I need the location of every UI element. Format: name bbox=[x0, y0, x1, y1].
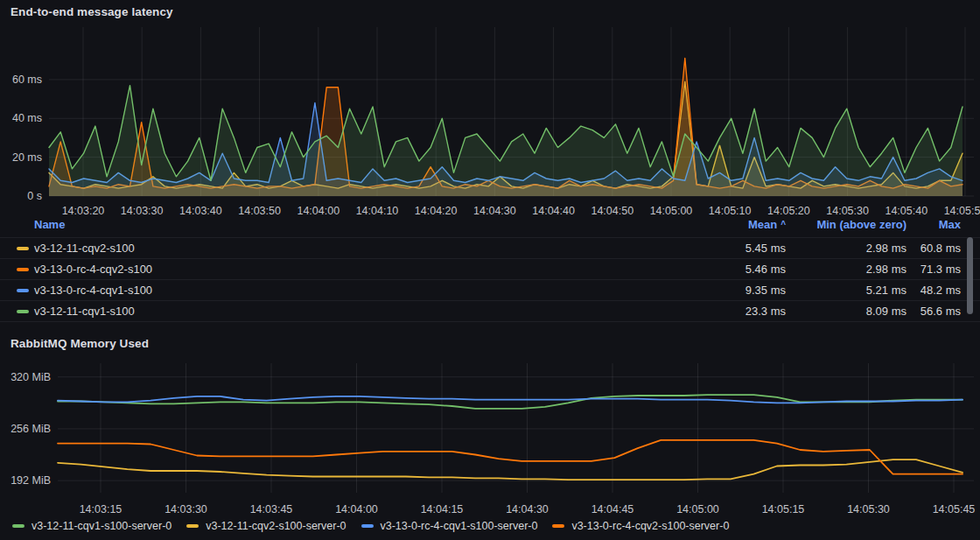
legend-header-name[interactable]: Name bbox=[34, 218, 65, 231]
x-tick-label: 14:05:30 bbox=[830, 502, 908, 516]
x-tick-label: 14:04:15 bbox=[402, 502, 481, 516]
x-tick-label: 14:05:00 bbox=[659, 502, 738, 516]
y-tick-label: 20 ms bbox=[0, 151, 42, 165]
x-tick-label: 14:04:30 bbox=[488, 502, 567, 516]
legend-max-value: 48.2 ms bbox=[920, 284, 961, 297]
series-color-swatch bbox=[12, 524, 24, 528]
x-tick-label: 14:05:15 bbox=[744, 502, 822, 516]
series-color-swatch bbox=[552, 524, 564, 528]
y-tick-label: 0 s bbox=[0, 189, 42, 203]
series-color-swatch bbox=[361, 524, 374, 528]
legend-item[interactable]: v3-13-0-rc-4-cqv1-s100-server-0 bbox=[361, 520, 538, 532]
panel-title-latency[interactable]: End-to-end message latency bbox=[10, 5, 173, 18]
y-tick-label: 60 ms bbox=[0, 73, 42, 87]
sort-ascending-icon: ^ bbox=[780, 220, 786, 229]
panel-title-memory[interactable]: RabbitMQ Memory Used bbox=[10, 337, 149, 350]
x-tick-label: 14:05:50 bbox=[926, 204, 980, 218]
legend-min-value: 8.09 ms bbox=[866, 305, 906, 318]
legend-header-mean[interactable]: Mean^ bbox=[748, 218, 786, 231]
legend-min-value: 2.98 ms bbox=[866, 242, 906, 255]
series-color-swatch bbox=[17, 247, 29, 250]
legend-max-value: 71.3 ms bbox=[920, 263, 961, 276]
series-color-swatch bbox=[17, 289, 29, 292]
legend-item-label: v3-12-11-cqv1-s100-server-0 bbox=[32, 520, 172, 532]
legend-header-max[interactable]: Max bbox=[939, 218, 961, 231]
memory-chart-legend: v3-12-11-cqv1-s100-server-0v3-12-11-cqv2… bbox=[12, 520, 729, 532]
legend-mean-value: 5.45 ms bbox=[746, 242, 786, 255]
y-tick-label: 320 MiB bbox=[0, 370, 51, 384]
y-tick-label: 192 MiB bbox=[0, 473, 51, 487]
x-tick-label: 14:03:30 bbox=[147, 502, 226, 516]
legend-item[interactable]: v3-13-0-rc-4-cqv2-s100-server-0 bbox=[552, 520, 729, 532]
grafana-dashboard: End-to-end message latency Name Mean^ Mi… bbox=[0, 0, 980, 540]
legend-header-min[interactable]: Min (above zero) bbox=[816, 218, 906, 231]
x-tick-label: 14:03:15 bbox=[61, 502, 140, 516]
legend-min-value: 5.21 ms bbox=[866, 284, 906, 297]
legend-item-label: v3-13-0-rc-4-cqv1-s100-server-0 bbox=[381, 520, 538, 532]
x-tick-label: 14:05:45 bbox=[914, 502, 980, 516]
legend-table-row: v3-12-11-cqv2-s1005.45 ms2.98 ms60.8 ms bbox=[0, 237, 980, 259]
legend-item-label: v3-13-0-rc-4-cqv2-s100-server-0 bbox=[571, 520, 729, 532]
legend-min-value: 2.98 ms bbox=[866, 263, 906, 276]
series-color-swatch bbox=[17, 310, 29, 313]
x-tick-label: 14:04:00 bbox=[318, 502, 396, 516]
legend-max-value: 56.6 ms bbox=[920, 305, 961, 318]
y-tick-label: 256 MiB bbox=[0, 422, 51, 436]
series-color-swatch bbox=[17, 268, 29, 271]
y-tick-label: 40 ms bbox=[0, 111, 42, 125]
series-color-swatch bbox=[186, 524, 199, 528]
legend-series-name[interactable]: v3-13-0-rc-4-cqv1-s100 bbox=[34, 284, 152, 297]
legend-table-row: v3-12-11-cqv1-s10023.3 ms8.09 ms56.6 ms bbox=[0, 300, 980, 322]
legend-item[interactable]: v3-12-11-cqv2-s100-server-0 bbox=[186, 520, 346, 532]
legend-item-label: v3-12-11-cqv2-s100-server-0 bbox=[206, 520, 346, 532]
legend-scrollbar-thumb[interactable] bbox=[967, 237, 973, 314]
legend-item[interactable]: v3-12-11-cqv1-s100-server-0 bbox=[12, 520, 172, 532]
legend-table-header: Name Mean^ Min (above zero) Max bbox=[0, 218, 980, 235]
legend-series-name[interactable]: v3-12-11-cqv2-s100 bbox=[34, 242, 135, 255]
legend-table-bottom-border bbox=[0, 321, 980, 322]
x-tick-label: 14:04:45 bbox=[573, 502, 652, 516]
legend-mean-value: 5.46 ms bbox=[746, 263, 786, 276]
legend-mean-value: 9.35 ms bbox=[746, 284, 786, 297]
legend-mean-value: 23.3 ms bbox=[746, 305, 786, 318]
x-tick-label: 14:03:45 bbox=[232, 502, 311, 516]
legend-series-name[interactable]: v3-12-11-cqv1-s100 bbox=[34, 305, 135, 318]
legend-table-row: v3-13-0-rc-4-cqv1-s1009.35 ms5.21 ms48.2… bbox=[0, 279, 980, 301]
legend-max-value: 60.8 ms bbox=[920, 242, 961, 255]
legend-table-row: v3-13-0-rc-4-cqv2-s1005.46 ms2.98 ms71.3… bbox=[0, 258, 980, 280]
legend-series-name[interactable]: v3-13-0-rc-4-cqv2-s100 bbox=[34, 263, 152, 276]
